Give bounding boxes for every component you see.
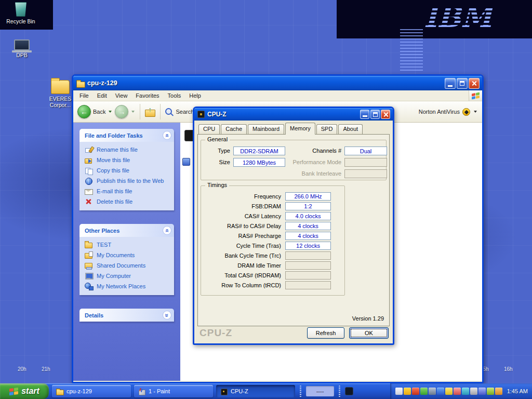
up-button[interactable] <box>144 107 156 116</box>
place-test[interactable]: TEST <box>85 241 171 248</box>
wallpaper-ladder-pattern <box>400 29 423 71</box>
details-header[interactable]: Details <box>79 309 174 322</box>
tray-icon-13[interactable] <box>495 388 502 395</box>
timing-row-fsb-dram: FSB:DRAM 1:2 <box>202 201 342 211</box>
task-link[interactable]: Move this file <box>97 157 130 163</box>
tray-icon-3[interactable] <box>412 388 419 395</box>
close-button[interactable] <box>469 78 480 89</box>
taskbar: start cpu-z-129 1 - Paint CPU-Z ---- 1:4… <box>0 383 532 399</box>
timing-label: Cycle Time (Tras) <box>202 243 285 249</box>
tab-memory[interactable]: Memory <box>285 123 315 135</box>
tray-icon-7[interactable] <box>445 388 453 395</box>
timing-label: FSB:DRAM <box>202 203 285 209</box>
menu-view[interactable]: View <box>111 91 132 100</box>
task-publish-file[interactable]: Publish this file to the Web <box>85 177 171 184</box>
menu-favorites[interactable]: Favorites <box>131 91 163 100</box>
place-my-network[interactable]: My Network Places <box>85 283 171 290</box>
close-button[interactable] <box>381 110 390 119</box>
place-my-computer[interactable]: My Computer <box>85 272 171 280</box>
tray-icon-4[interactable] <box>420 388 428 395</box>
collapsed-toolbar[interactable]: ---- <box>306 386 334 396</box>
minimize-button[interactable] <box>360 110 369 119</box>
file-icon-partial[interactable] <box>182 158 190 166</box>
file-tasks-header[interactable]: File and Folder Tasks <box>79 129 174 142</box>
task-delete-file[interactable]: Delete this file <box>85 198 171 205</box>
explorer-titlebar[interactable]: cpu-z-129 <box>73 76 482 90</box>
file-and-folder-tasks-panel: File and Folder Tasks Rename this file M… <box>79 129 174 210</box>
norton-dropdown-icon[interactable] <box>474 111 477 113</box>
cpu-chip-icon <box>197 111 205 118</box>
desktop-icon-recycle-bin[interactable]: Recycle Bin <box>4 2 37 24</box>
tray-icon-9[interactable] <box>462 388 469 395</box>
menu-tools[interactable]: Tools <box>164 91 185 100</box>
ok-button[interactable]: OK <box>349 327 389 339</box>
place-my-documents[interactable]: My Documents <box>85 251 171 259</box>
place-link[interactable]: My Computer <box>97 273 131 279</box>
minimize-button[interactable] <box>445 78 456 89</box>
menu-file[interactable]: File <box>75 91 93 100</box>
place-link[interactable]: My Network Places <box>97 283 145 289</box>
tray-icon-1[interactable] <box>395 388 403 395</box>
tab-about[interactable]: About <box>338 124 363 134</box>
taskbar-clock[interactable]: 1:45 AM <box>507 388 528 394</box>
search-label[interactable]: Search <box>176 109 194 115</box>
taskbar-button-cpu-z-129[interactable]: cpu-z-129 <box>52 385 131 397</box>
timezone-label: 16h <box>504 366 513 372</box>
task-link[interactable]: Copy this file <box>97 167 129 174</box>
collapse-chevron-icon[interactable] <box>163 131 171 140</box>
task-copy-file[interactable]: Copy this file <box>85 167 171 174</box>
task-link[interactable]: E-mail this file <box>97 188 132 194</box>
size-label: Size <box>205 159 230 165</box>
place-link[interactable]: My Documents <box>97 252 135 258</box>
other-places-header[interactable]: Other Places <box>79 224 174 237</box>
timing-value-field: 1:2 <box>285 202 331 210</box>
taskbar-toolbar-icon[interactable] <box>345 387 353 395</box>
tray-icon-12[interactable] <box>487 388 494 395</box>
tray-icon-10[interactable] <box>470 388 477 395</box>
tab-cache[interactable]: Cache <box>221 124 247 134</box>
back-button[interactable] <box>77 105 91 118</box>
maximize-button[interactable] <box>370 110 380 119</box>
tray-icon-8[interactable] <box>454 388 461 395</box>
maximize-button[interactable] <box>457 78 468 89</box>
search-icon[interactable] <box>165 108 174 116</box>
start-button[interactable]: start <box>0 383 49 399</box>
tab-cpu[interactable]: CPU <box>198 124 220 134</box>
task-link[interactable]: Rename this file <box>97 147 138 153</box>
task-move-file[interactable]: Move this file <box>85 156 171 164</box>
folder-icon <box>56 388 63 395</box>
computer-icon <box>85 272 93 280</box>
tray-icon-6[interactable] <box>437 388 444 395</box>
taskbar-button-paint[interactable]: 1 - Paint <box>134 385 213 397</box>
place-shared-documents[interactable]: Shared Documents <box>85 262 171 269</box>
place-link[interactable]: TEST <box>97 242 111 248</box>
task-label: CPU-Z <box>231 388 248 394</box>
tab-spd[interactable]: SPD <box>316 124 338 134</box>
timing-value-field <box>285 261 331 270</box>
toolbar-grip[interactable] <box>300 385 301 397</box>
task-rename-file[interactable]: Rename this file <box>85 146 171 153</box>
timing-row-total-cas: Total CAS# (tRDRAM) <box>202 270 342 280</box>
place-link[interactable]: Shared Documents <box>97 262 145 269</box>
toolbar-grip[interactable] <box>339 385 340 397</box>
task-email-file[interactable]: E-mail this file <box>85 188 171 195</box>
forward-button[interactable] <box>115 105 128 118</box>
forward-dropdown-icon[interactable] <box>131 111 135 113</box>
expand-chevron-icon[interactable] <box>163 311 171 320</box>
cpuz-titlebar[interactable]: CPU-Z <box>194 108 393 121</box>
desktop-icon-dpb[interactable]: DPB <box>5 39 38 58</box>
tab-mainboard[interactable]: Mainboard <box>248 124 284 134</box>
refresh-button[interactable]: Refresh <box>307 327 344 339</box>
task-link[interactable]: Publish this file to the Web <box>97 178 164 184</box>
menu-help[interactable]: Help <box>185 91 205 100</box>
tray-icon-2[interactable] <box>404 388 411 395</box>
norton-antivirus-control[interactable]: Norton AntiVirus <box>419 108 478 116</box>
tray-icon-5[interactable] <box>429 388 436 395</box>
taskbar-button-cpuz[interactable]: CPU-Z <box>216 385 295 397</box>
collapse-chevron-icon[interactable] <box>163 226 171 235</box>
task-link[interactable]: Delete this file <box>97 198 132 205</box>
back-dropdown-icon[interactable] <box>109 111 112 113</box>
back-label[interactable]: Back <box>93 109 105 115</box>
menu-edit[interactable]: Edit <box>93 91 111 100</box>
tray-icon-11[interactable] <box>478 388 486 395</box>
